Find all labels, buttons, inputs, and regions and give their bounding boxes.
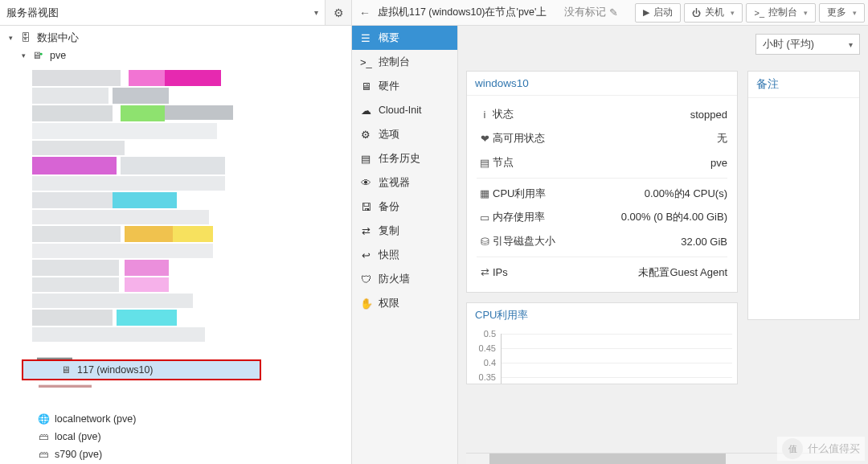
status-label: CPU利用率 [493,187,581,201]
status-row: ▭ 内存使用率 0.00% (0 B的4.00 GiB) [477,205,727,229]
menu-console[interactable]: >_控制台 [352,50,457,74]
watermark: 值 什么值得买 [777,437,865,461]
datacenter-icon: 🗄 [19,32,32,43]
status-label: IPs [493,266,581,278]
power-icon: ⏻ [692,8,701,18]
vm-icon: 🖥 [59,364,72,376]
gear-button[interactable]: ⚙ [326,6,351,19]
status-value: 未配置Guest Agent [581,265,727,280]
menu-backup[interactable]: 🖫备份 [352,195,457,219]
menu-monitor[interactable]: 👁监视器 [352,170,457,195]
status-row: i 状态 stopped [477,102,727,126]
cloud-icon: ☁ [360,105,371,117]
vm-detail-pane: ← 虚拟机117 (windows10)在节点'pve'上 没有标记 ✎ ▶ 启… [352,0,868,464]
menu-label: 任务历史 [379,152,420,166]
status-value: 0.00% (0 B的4.00 GiB) [581,210,727,224]
more-label: 更多 [827,6,846,19]
list-icon: ☰ [360,32,371,44]
status-row: ▦ CPU利用率 0.00%的4 CPU(s) [477,178,727,205]
menu-snapshot[interactable]: ↩快照 [352,243,457,267]
status-label: 状态 [493,107,581,121]
menu-cloudinit[interactable]: ☁Cloud-Init [352,98,457,122]
server-tree-pane: 服务器视图 ▾ ⚙ ▾ 🗄 数据中心 ▾ 🖥 pve [0,0,352,464]
collapse-icon[interactable]: ▾ [6,34,14,42]
menu-label: 监视器 [379,176,410,190]
status-value: 0.00%的4 CPU(s) [581,187,727,201]
menu-label: 防火墙 [379,273,410,286]
tree-storage[interactable]: 🌐 localnetwork (pve) [0,410,351,428]
notes-title: 备注 [748,72,859,98]
ytick: 0.4 [472,358,496,368]
ytick: 0.45 [472,343,496,353]
terminal-icon: >_ [360,56,371,68]
chevron-down-icon: ▾ [314,8,318,17]
sync-icon: ⇄ [360,225,371,237]
tree-storage[interactable]: 🗃 s790 (pve) [0,446,351,463]
network-icon: ⇄ [477,266,493,278]
notes-panel[interactable]: 备注 [747,71,860,320]
tree-datacenter[interactable]: ▾ 🗄 数据中心 [0,29,351,47]
gear-icon: ⚙ [334,6,344,19]
start-label: 启动 [653,6,673,19]
collapse-icon[interactable]: ▾ [19,51,27,60]
status-label: 高可用状态 [493,131,581,146]
menu-permissions[interactable]: ✋权限 [352,291,457,315]
status-label: 节点 [493,155,581,170]
status-value: 无 [581,131,727,146]
storage-label: localnetwork (pve) [55,413,136,425]
menu-replication[interactable]: ⇄复制 [352,219,457,243]
status-value: pve [581,157,727,169]
menu-task-history[interactable]: ▤任务历史 [352,146,457,170]
chart-title: CPU利用率 [467,303,737,327]
menu-label: 复制 [379,224,399,238]
tag-editor[interactable]: 没有标记 ✎ [564,6,618,19]
node-label: pve [50,50,66,61]
timerange-selector[interactable]: 小时 (平均) ▾ [755,34,860,55]
info-icon: i [477,109,493,121]
menu-label: 备份 [379,200,399,214]
back-button[interactable]: ← [355,6,375,19]
menu-summary[interactable]: ☰概要 [352,26,457,50]
storage-label: local (pve) [55,431,101,442]
obscured-vm-list [32,70,241,350]
summary-panel-title: windows10 [467,72,737,96]
menu-hardware[interactable]: 🖥硬件 [352,74,457,98]
ytick: 0.35 [472,372,496,382]
shutdown-button[interactable]: ⏻ 关机 [684,3,743,23]
server-view-selector[interactable]: 服务器视图 ▾ [0,0,326,25]
monitor-icon: 🖥 [360,80,371,92]
cpu-chart: 0.5 0.45 0.4 0.35 [467,327,737,384]
timerange-label: 小时 (平均) [763,38,814,51]
menu-options[interactable]: ⚙选项 [352,122,457,146]
chevron-down-icon: ▾ [849,40,853,49]
hand-icon: ✋ [360,298,371,310]
heartbeat-icon: ❤ [477,133,493,145]
status-label: 引导磁盘大小 [493,234,581,248]
menu-firewall[interactable]: 🛡防火墙 [352,267,457,291]
tree-vm-selected[interactable]: 🖥 117 (windows10) [23,360,260,380]
arrow-left-icon: ← [359,6,371,19]
status-row: ▤ 节点 pve [477,150,727,175]
status-label: 内存使用率 [493,210,581,224]
shutdown-label: 关机 [705,6,724,19]
vm-side-menu: ☰概要 >_控制台 🖥硬件 ☁Cloud-Init ⚙选项 ▤任务历史 👁监视器… [352,26,458,464]
tree-node-pve[interactable]: ▾ 🖥 pve [0,47,351,64]
menu-label: 概要 [379,31,399,45]
database-icon: 🗃 [37,449,50,460]
start-button[interactable]: ▶ 启动 [635,3,681,23]
console-button[interactable]: >_ 控制台 [746,3,816,23]
server-view-label: 服务器视图 [6,6,59,20]
status-value: 32.00 GiB [581,236,727,248]
memory-icon: ▭ [477,211,493,224]
more-button[interactable]: 更多 [819,3,865,23]
tree-storage[interactable]: 🗃 local (pve) [0,428,351,446]
menu-label: Cloud-Init [379,105,422,116]
play-icon: ▶ [643,7,649,18]
save-icon: 🖫 [360,201,371,213]
status-value: stopped [581,109,727,121]
watermark-logo-icon: 值 [782,438,803,459]
server-icon: 🖥 [32,50,45,61]
eye-icon: 👁 [360,177,371,189]
vm-label: 117 (windows10) [77,364,154,376]
vm-title: 虚拟机117 (windows10)在节点'pve'上 [378,6,547,19]
